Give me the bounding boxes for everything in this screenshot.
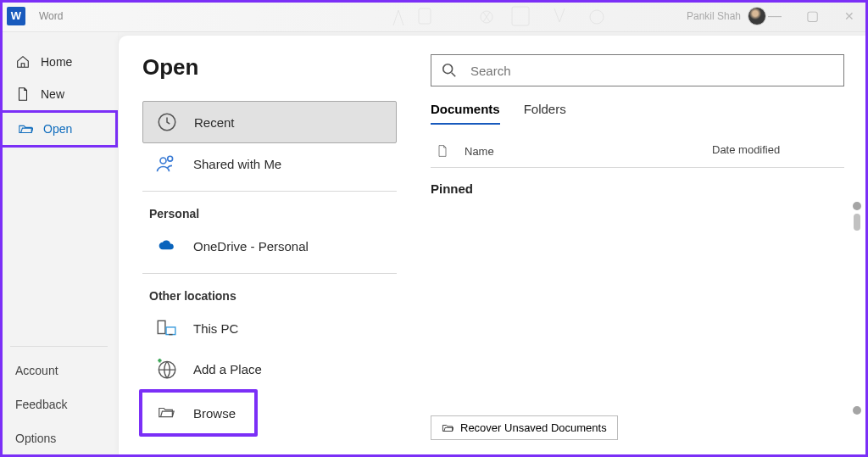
location-addplace-label: Add a Place <box>193 362 262 376</box>
svg-point-6 <box>168 156 173 161</box>
tab-documents[interactable]: Documents <box>431 102 500 125</box>
recover-unsaved-button[interactable]: Recover Unsaved Documents <box>431 415 618 440</box>
location-recent-label: Recent <box>194 115 235 130</box>
home-icon <box>15 54 31 70</box>
document-icon <box>15 86 31 102</box>
svg-rect-7 <box>158 320 165 333</box>
svg-rect-8 <box>166 327 175 335</box>
search-input[interactable] <box>470 64 833 78</box>
nav-open[interactable]: Open <box>0 110 118 148</box>
nav-feedback[interactable]: Feedback <box>0 387 118 421</box>
heading-personal: Personal <box>142 195 397 226</box>
location-recent[interactable]: Recent <box>142 101 397 143</box>
heading-other: Other locations <box>142 277 397 308</box>
close-button[interactable]: ✕ <box>831 0 868 31</box>
svg-point-3 <box>590 10 604 24</box>
nav-new-label: New <box>41 87 64 101</box>
svg-rect-2 <box>512 7 529 25</box>
list-header: Name Date modified <box>431 143 844 168</box>
svg-point-5 <box>160 158 166 164</box>
nav-open-label: Open <box>43 122 72 136</box>
tabs: Documents Folders <box>431 102 844 125</box>
search-icon <box>442 63 457 78</box>
app-name-label: Word <box>39 10 63 22</box>
document-icon <box>436 143 449 159</box>
minimize-button[interactable]: — <box>756 0 793 31</box>
location-browse[interactable]: Browse <box>139 389 258 437</box>
search-box[interactable] <box>431 54 844 86</box>
scrollbar[interactable] <box>851 202 863 415</box>
recover-label: Recover Unsaved Documents <box>460 421 607 434</box>
nav-options[interactable]: Options <box>0 421 118 455</box>
folder-open-icon <box>18 121 33 137</box>
user-name: Pankil Shah <box>687 10 741 22</box>
col-modified[interactable]: Date modified <box>712 143 839 159</box>
location-thispc-label: This PC <box>193 321 238 336</box>
nav-home[interactable]: Home <box>0 46 118 78</box>
location-addplace[interactable]: Add a Place <box>142 348 397 389</box>
nav-rail: Home New Open Account Feedback Options <box>0 32 119 455</box>
location-onedrive-label: OneDrive - Personal <box>193 239 309 254</box>
nav-home-label: Home <box>41 55 72 69</box>
cloud-icon <box>154 234 178 258</box>
maximize-button[interactable]: ▢ <box>793 0 831 31</box>
globe-plus-icon <box>154 357 178 381</box>
svg-point-10 <box>443 64 453 74</box>
folder-open-icon <box>154 401 178 425</box>
people-icon <box>154 152 178 176</box>
nav-account[interactable]: Account <box>0 354 118 387</box>
location-thispc[interactable]: This PC <box>142 308 397 348</box>
word-app-icon: W <box>7 7 25 25</box>
title-bar: W Word Pankil Shah — ▢ ✕ <box>0 0 868 32</box>
header-doodle <box>376 0 715 32</box>
user-area[interactable]: Pankil Shah <box>687 7 766 25</box>
col-name[interactable]: Name <box>465 145 494 158</box>
location-onedrive[interactable]: OneDrive - Personal <box>142 226 397 266</box>
page-title: Open <box>142 54 397 81</box>
clock-icon <box>155 110 179 134</box>
section-pinned: Pinned <box>431 181 844 196</box>
pc-icon <box>154 316 178 340</box>
folder-open-icon <box>442 422 453 434</box>
open-locations: Open Recent Shared with Me Personal OneD… <box>142 54 397 447</box>
location-browse-label: Browse <box>193 406 236 421</box>
svg-rect-0 <box>419 8 431 24</box>
file-list-panel: Documents Folders Name Date modified Pin… <box>431 54 844 447</box>
location-shared-label: Shared with Me <box>193 157 281 171</box>
tab-folders[interactable]: Folders <box>524 102 566 125</box>
nav-new[interactable]: New <box>0 78 118 110</box>
location-shared[interactable]: Shared with Me <box>142 143 397 184</box>
